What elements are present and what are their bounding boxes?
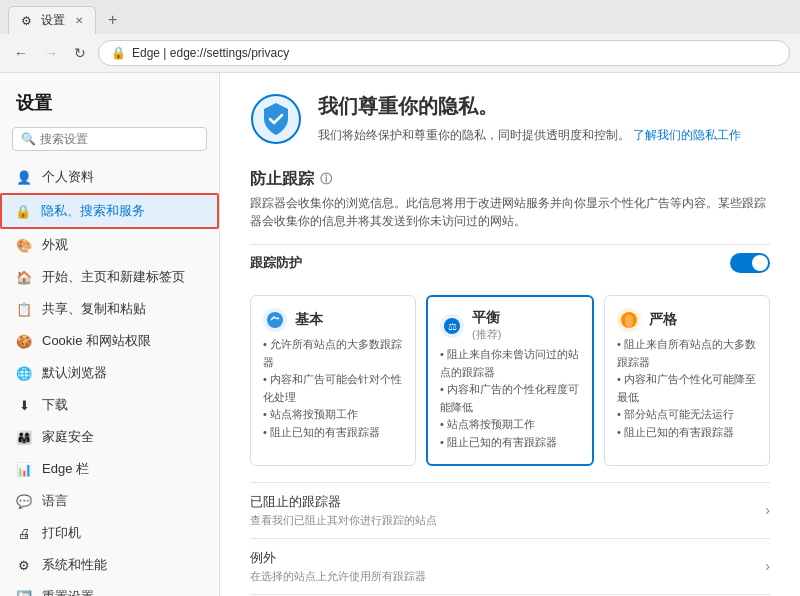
sidebar-item-reset[interactable]: 🔄 重置设置 — [0, 581, 219, 596]
sidebar-label-default: 默认浏览器 — [42, 364, 107, 382]
address-input[interactable]: 🔒 Edge | edge://settings/privacy — [98, 40, 790, 66]
sidebar-item-download[interactable]: ⬇ 下载 — [0, 389, 219, 421]
reset-icon: 🔄 — [16, 589, 32, 596]
privacy-link[interactable]: 了解我们的隐私工作 — [633, 128, 741, 142]
sidebar-title: 设置 — [0, 83, 219, 127]
tracking-card-balanced-header: ⚖ 平衡 (推荐) — [440, 309, 580, 342]
cookies-icon: 🍪 — [16, 333, 32, 349]
sidebar-label-profile: 个人资料 — [42, 168, 94, 186]
system-icon: ⚙ — [16, 557, 32, 573]
info-icon[interactable]: ⓘ — [320, 171, 332, 188]
blocked-trackers-desc: 查看我们已阻止其对你进行跟踪的站点 — [250, 513, 765, 528]
exceptions-row[interactable]: 例外 在选择的站点上允许使用所有跟踪器 › — [250, 538, 770, 594]
tab-favicon: ⚙ — [21, 14, 35, 28]
edge-icon: 📊 — [16, 461, 32, 477]
sidebar-label-language: 语言 — [42, 492, 68, 510]
tracking-options: 基本 允许所有站点的大多数跟踪器 内容和广告可能会针对个性化处理 站点将按预期工… — [250, 295, 770, 466]
start-icon: 🏠 — [16, 269, 32, 285]
search-icon: 🔍 — [21, 132, 36, 146]
tab-close-button[interactable]: ✕ — [75, 15, 83, 26]
chevron-right-icon: › — [765, 502, 770, 518]
address-text: Edge | edge://settings/privacy — [132, 46, 289, 60]
sidebar: 设置 🔍 👤 个人资料 🔒 隐私、搜索和服务 🎨 外观 🏠 开始、主页和新建标签… — [0, 73, 220, 596]
forward-button[interactable]: → — [40, 43, 62, 63]
sidebar-label-start: 开始、主页和新建标签页 — [42, 268, 185, 286]
download-icon: ⬇ — [16, 397, 32, 413]
tracking-card-basic[interactable]: 基本 允许所有站点的大多数跟踪器 内容和广告可能会针对个性化处理 站点将按预期工… — [250, 295, 416, 466]
privacy-description: 我们将始终保护和尊重你的隐私，同时提供透明度和控制。 了解我们的隐私工作 — [318, 126, 741, 144]
search-input[interactable] — [40, 132, 198, 146]
sidebar-label-family: 家庭安全 — [42, 428, 94, 446]
sidebar-item-family[interactable]: 👨‍👩‍👧 家庭安全 — [0, 421, 219, 453]
address-bar: ← → ↻ 🔒 Edge | edge://settings/privacy — [0, 34, 800, 72]
privacy-text: 我们尊重你的隐私。 我们将始终保护和尊重你的隐私，同时提供透明度和控制。 了解我… — [318, 93, 741, 144]
tracking-card-basic-header: 基本 — [263, 308, 403, 332]
sidebar-item-profile[interactable]: 👤 个人资料 — [0, 161, 219, 193]
sidebar-item-edge[interactable]: 📊 Edge 栏 — [0, 453, 219, 485]
tab-bar: ⚙ 设置 ✕ + — [0, 0, 800, 34]
sidebar-label-download: 下载 — [42, 396, 68, 414]
basic-title: 基本 — [295, 311, 323, 329]
sidebar-label-system: 系统和性能 — [42, 556, 107, 574]
sidebar-item-printer[interactable]: 🖨 打印机 — [0, 517, 219, 549]
sidebar-item-privacy[interactable]: 🔒 隐私、搜索和服务 — [0, 193, 219, 229]
lock-icon: 🔒 — [111, 46, 126, 60]
active-tab[interactable]: ⚙ 设置 ✕ — [8, 6, 96, 34]
sidebar-label-edge: Edge 栏 — [42, 460, 89, 478]
blocked-trackers-title: 已阻止的跟踪器 — [250, 493, 765, 511]
exceptions-text: 例外 在选择的站点上允许使用所有跟踪器 — [250, 549, 765, 584]
sidebar-label-share: 共享、复制和粘贴 — [42, 300, 146, 318]
tracking-section: 防止跟踪 ⓘ 跟踪器会收集你的浏览信息。此信息将用于改进网站服务并向你显示个性化… — [250, 169, 770, 596]
back-button[interactable]: ← — [10, 43, 32, 63]
sidebar-item-cookies[interactable]: 🍪 Cookie 和网站权限 — [0, 325, 219, 357]
sidebar-label-appearance: 外观 — [42, 236, 68, 254]
tab-title: 设置 — [41, 12, 65, 29]
basic-icon — [263, 308, 287, 332]
sidebar-item-share[interactable]: 📋 共享、复制和粘贴 — [0, 293, 219, 325]
printer-icon: 🖨 — [16, 525, 32, 541]
strict-title: 严格 — [649, 311, 677, 329]
balanced-subtitle: (推荐) — [472, 327, 501, 342]
browser-chrome: ⚙ 设置 ✕ + ← → ↻ 🔒 Edge | edge://settings/… — [0, 0, 800, 73]
balanced-icon: ⚖ — [440, 314, 464, 338]
balanced-features: 阻止来自你未曾访问过的站点的跟踪器 内容和广告的个性化程度可能降低 站点将按预期… — [440, 346, 580, 452]
strict-features: 阻止来自所有站点的大多数跟踪器 内容和广告个性化可能降至最低 部分站点可能无法运… — [617, 336, 757, 442]
blocked-trackers-text: 已阻止的跟踪器 查看我们已阻止其对你进行跟踪的站点 — [250, 493, 765, 528]
strict-icon — [617, 308, 641, 332]
toggle-label: 跟踪防护 — [250, 254, 302, 272]
sidebar-item-default[interactable]: 🌐 默认浏览器 — [0, 357, 219, 389]
tracking-desc: 跟踪器会收集你的浏览信息。此信息将用于改进网站服务并向你显示个性化广告等内容。某… — [250, 194, 770, 230]
tracking-toggle[interactable] — [730, 253, 770, 273]
main-layout: 设置 🔍 👤 个人资料 🔒 隐私、搜索和服务 🎨 外观 🏠 开始、主页和新建标签… — [0, 73, 800, 596]
profile-icon: 👤 — [16, 169, 32, 185]
tracking-card-strict[interactable]: 严格 阻止来自所有站点的大多数跟踪器 内容和广告个性化可能降至最低 部分站点可能… — [604, 295, 770, 466]
privacy-header: 我们尊重你的隐私。 我们将始终保护和尊重你的隐私，同时提供透明度和控制。 了解我… — [250, 93, 770, 145]
content-area: 我们尊重你的隐私。 我们将始终保护和尊重你的隐私，同时提供透明度和控制。 了解我… — [220, 73, 800, 596]
exceptions-title: 例外 — [250, 549, 765, 567]
tracking-toggle-row: 跟踪防护 — [250, 244, 770, 281]
default-icon: 🌐 — [16, 365, 32, 381]
sidebar-item-language[interactable]: 💬 语言 — [0, 485, 219, 517]
refresh-button[interactable]: ↻ — [70, 43, 90, 63]
tracking-title: 防止跟踪 ⓘ — [250, 169, 770, 190]
search-box[interactable]: 🔍 — [12, 127, 207, 151]
tracking-card-balanced[interactable]: ⚖ 平衡 (推荐) 阻止来自你未曾访问过的站点的跟踪器 内容和广告的个性化程度可… — [426, 295, 594, 466]
appearance-icon: 🎨 — [16, 237, 32, 253]
sidebar-label-cookies: Cookie 和网站权限 — [42, 332, 151, 350]
share-icon: 📋 — [16, 301, 32, 317]
family-icon: 👨‍👩‍👧 — [16, 429, 32, 445]
new-tab-button[interactable]: + — [100, 9, 125, 31]
basic-features: 允许所有站点的大多数跟踪器 内容和广告可能会针对个性化处理 站点将按预期工作 阻… — [263, 336, 403, 442]
sidebar-item-start[interactable]: 🏠 开始、主页和新建标签页 — [0, 261, 219, 293]
balanced-title: 平衡 — [472, 309, 501, 327]
language-icon: 💬 — [16, 493, 32, 509]
sidebar-item-system[interactable]: ⚙ 系统和性能 — [0, 549, 219, 581]
sidebar-item-appearance[interactable]: 🎨 外观 — [0, 229, 219, 261]
privacy-icon: 🔒 — [15, 203, 31, 219]
chevron-right-icon-2: › — [765, 558, 770, 574]
sidebar-label-privacy: 隐私、搜索和服务 — [41, 202, 145, 220]
tracking-card-strict-header: 严格 — [617, 308, 757, 332]
blocked-trackers-row[interactable]: 已阻止的跟踪器 查看我们已阻止其对你进行跟踪的站点 › — [250, 482, 770, 538]
svg-point-1 — [267, 312, 283, 328]
sidebar-label-reset: 重置设置 — [42, 588, 94, 596]
